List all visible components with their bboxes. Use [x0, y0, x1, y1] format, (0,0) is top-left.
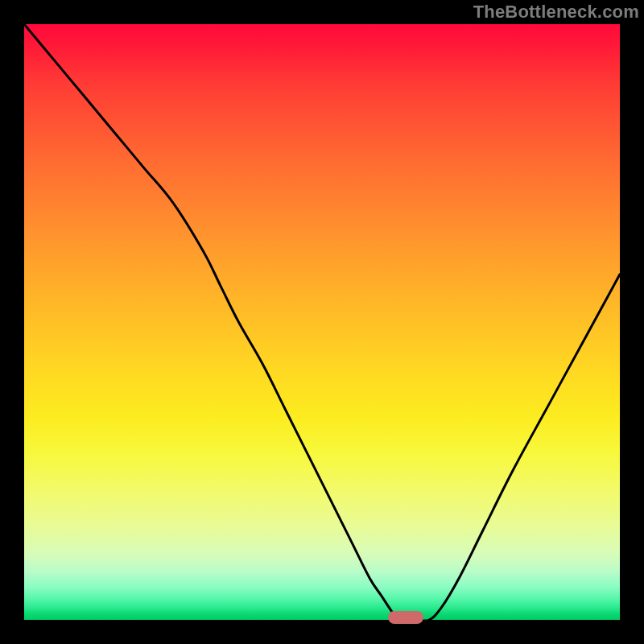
- bottleneck-curve: [24, 24, 620, 620]
- optimal-marker: [388, 611, 423, 624]
- watermark-text: TheBottleneck.com: [473, 2, 639, 23]
- chart-frame: TheBottleneck.com: [0, 0, 644, 644]
- plot-area: [24, 24, 620, 620]
